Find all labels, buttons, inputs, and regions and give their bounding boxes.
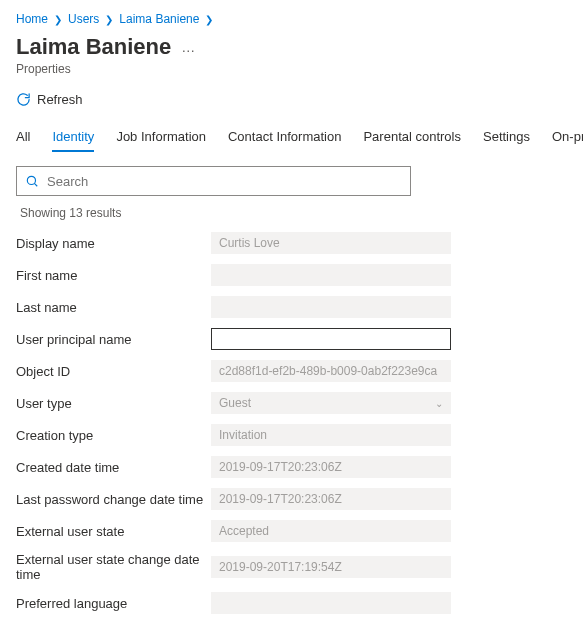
breadcrumb-users[interactable]: Users <box>68 12 99 26</box>
field-first-name <box>211 264 451 286</box>
breadcrumb: Home ❯ Users ❯ Laima Baniene ❯ <box>16 12 567 26</box>
breadcrumb-current[interactable]: Laima Baniene <box>119 12 199 26</box>
breadcrumb-home[interactable]: Home <box>16 12 48 26</box>
search-input[interactable] <box>39 174 402 189</box>
refresh-button[interactable]: Refresh <box>16 88 83 111</box>
tab-all[interactable]: All <box>16 129 30 152</box>
tab-parental-controls[interactable]: Parental controls <box>363 129 461 152</box>
page-subtitle: Properties <box>16 62 567 76</box>
user-type-value: Guest <box>219 396 251 410</box>
field-last-name <box>211 296 451 318</box>
field-user-principal-name[interactable] <box>211 328 451 350</box>
chevron-right-icon: ❯ <box>205 14 213 25</box>
field-creation-type: Invitation <box>211 424 451 446</box>
refresh-label: Refresh <box>37 92 83 107</box>
tab-settings[interactable]: Settings <box>483 129 530 152</box>
svg-point-0 <box>27 176 35 184</box>
tab-identity[interactable]: Identity <box>52 129 94 152</box>
label-first-name: First name <box>16 268 211 283</box>
label-object-id: Object ID <box>16 364 211 379</box>
tab-on-premises[interactable]: On-premises <box>552 129 583 152</box>
chevron-right-icon: ❯ <box>54 14 62 25</box>
svg-line-1 <box>34 183 37 186</box>
search-icon <box>25 174 39 188</box>
field-created-date-time: 2019-09-17T20:23:06Z <box>211 456 451 478</box>
label-preferred-language: Preferred language <box>16 596 211 611</box>
chevron-right-icon: ❯ <box>105 14 113 25</box>
label-created-date-time: Created date time <box>16 460 211 475</box>
label-user-type: User type <box>16 396 211 411</box>
tab-contact-information[interactable]: Contact Information <box>228 129 341 152</box>
label-external-user-state: External user state <box>16 524 211 539</box>
field-preferred-language <box>211 592 451 614</box>
tab-job-information[interactable]: Job Information <box>116 129 206 152</box>
field-user-type[interactable]: Guest ⌄ <box>211 392 451 414</box>
chevron-down-icon: ⌄ <box>435 398 443 409</box>
results-count: Showing 13 results <box>16 206 567 220</box>
search-box[interactable] <box>16 166 411 196</box>
field-external-user-state: Accepted <box>211 520 451 542</box>
refresh-icon <box>16 92 31 107</box>
page-title: Laima Baniene <box>16 34 171 60</box>
tabs: All Identity Job Information Contact Inf… <box>16 129 567 152</box>
label-user-principal-name: User principal name <box>16 332 211 347</box>
label-creation-type: Creation type <box>16 428 211 443</box>
field-last-password-change: 2019-09-17T20:23:06Z <box>211 488 451 510</box>
more-icon[interactable]: … <box>181 39 195 55</box>
field-display-name: Curtis Love <box>211 232 451 254</box>
label-last-password-change: Last password change date time <box>16 492 211 507</box>
label-display-name: Display name <box>16 236 211 251</box>
label-last-name: Last name <box>16 300 211 315</box>
field-external-user-state-change: 2019-09-20T17:19:54Z <box>211 556 451 578</box>
label-external-user-state-change: External user state change date time <box>16 552 211 582</box>
field-object-id: c2d88f1d-ef2b-489b-b009-0ab2f223e9ca <box>211 360 451 382</box>
